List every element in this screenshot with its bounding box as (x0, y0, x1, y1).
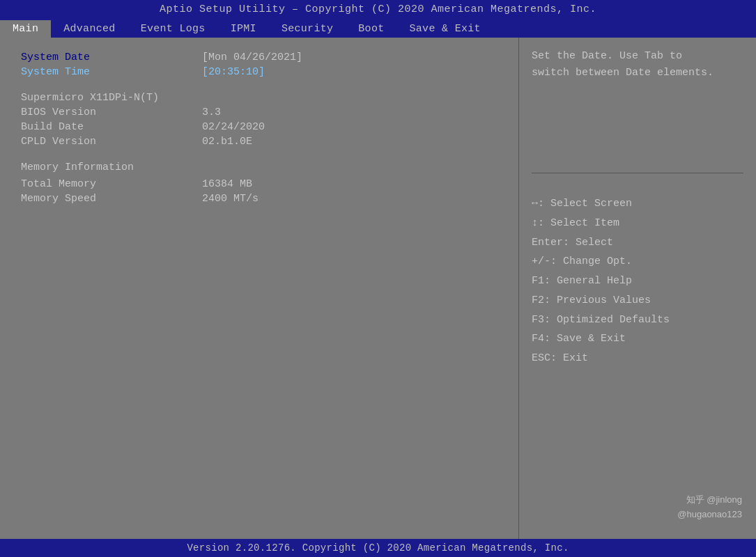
memory-speed-value: 2400 MT/s (202, 193, 259, 205)
system-date-label: System Date (21, 52, 202, 63)
cpld-version-row: CPLD Version 02.b1.0E (21, 136, 497, 148)
system-time-row: System Time [20:35:10] (21, 66, 497, 78)
bios-version-label: BIOS Version (21, 107, 202, 118)
system-time-label: System Time (21, 66, 202, 78)
key-legend-item: Enter: Select (532, 233, 743, 253)
memory-info-label: Memory Information (21, 162, 134, 173)
nav-item-boot[interactable]: Boot (346, 20, 396, 38)
system-date-value[interactable]: [Mon 04/26/2021] (202, 52, 302, 63)
total-memory-row: Total Memory 16384 MB (21, 178, 497, 190)
left-panel: System Date [Mon 04/26/2021] System Time… (0, 38, 519, 539)
cpld-version-value: 02.b1.0E (202, 136, 252, 148)
footer: Version 2.20.1276. Copyright (C) 2020 Am… (0, 539, 756, 557)
help-text: Set the Date. Use Tab to switch between … (532, 48, 743, 173)
build-date-row: Build Date 02/24/2020 (21, 121, 497, 133)
nav-bar: MainAdvancedEvent LogsIPMISecurityBootSa… (0, 19, 756, 38)
memory-speed-label: Memory Speed (21, 193, 202, 205)
system-date-row: System Date [Mon 04/26/2021] (21, 52, 497, 63)
key-legend-item: F1: General Help (532, 272, 743, 291)
key-legend-item: ↕: Select Item (532, 214, 743, 233)
memory-info-section: Memory Information (21, 162, 497, 175)
help-line2: switch between Date elements. (532, 65, 743, 81)
right-panel: Set the Date. Use Tab to switch between … (519, 38, 756, 539)
nav-item-ipmi[interactable]: IPMI (218, 20, 269, 38)
nav-item-advanced[interactable]: Advanced (51, 20, 128, 38)
cpld-version-label: CPLD Version (21, 136, 202, 148)
total-memory-label: Total Memory (21, 178, 202, 190)
build-date-label: Build Date (21, 121, 202, 133)
build-date-value: 02/24/2020 (202, 121, 265, 133)
bios-version-value: 3.3 (202, 107, 221, 118)
key-legend-item: +/-: Change Opt. (532, 252, 743, 272)
key-legend-item: ESC: Exit (532, 349, 743, 368)
nav-item-event-logs[interactable]: Event Logs (128, 20, 218, 38)
nav-item-main[interactable]: Main (0, 20, 51, 38)
bios-version-row: BIOS Version 3.3 (21, 107, 497, 118)
help-line1: Set the Date. Use Tab to (532, 48, 743, 65)
key-legend: ↔: Select Screen↕: Select ItemEnter: Sel… (532, 194, 743, 368)
key-legend-item: ↔: Select Screen (532, 194, 743, 214)
key-legend-item: F3: Optimized Defaults (532, 311, 743, 330)
nav-item-save--exit[interactable]: Save & Exit (397, 20, 493, 38)
key-legend-item: F4: Save & Exit (532, 329, 743, 349)
board-row: Supermicro X11DPi-N(T) (21, 92, 497, 104)
title-bar: Aptio Setup Utility – Copyright (C) 2020… (0, 0, 756, 19)
memory-speed-row: Memory Speed 2400 MT/s (21, 193, 497, 205)
system-time-value[interactable]: [20:35:10] (202, 66, 265, 78)
content-area: System Date [Mon 04/26/2021] System Time… (0, 38, 756, 539)
total-memory-value: 16384 MB (202, 178, 252, 190)
nav-item-security[interactable]: Security (269, 20, 346, 38)
board-label: Supermicro X11DPi-N(T) (21, 92, 202, 104)
key-legend-item: F2: Previous Values (532, 291, 743, 311)
